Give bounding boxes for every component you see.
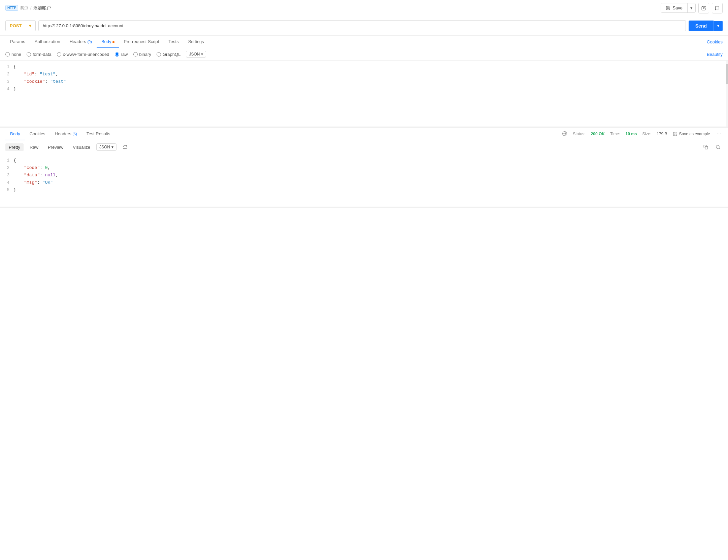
response-tab-headers[interactable]: Headers (5) [50, 128, 82, 140]
globe-icon [562, 131, 567, 136]
search-icon [716, 145, 720, 149]
request-tabs-bar: Params Authorization Headers (9) Body Pr… [0, 36, 728, 48]
response-line-1: { [13, 157, 723, 164]
format-tab-pretty[interactable]: Pretty [5, 143, 24, 151]
radio-binary-input[interactable] [133, 52, 138, 57]
request-line-1: { [13, 63, 723, 71]
radio-none-input[interactable] [5, 52, 10, 57]
top-bar: HTTP 爬虫 / 添加账户 Save ▾ [0, 0, 728, 16]
body-type-bar: none form-data x-www-form-urlencoded raw… [0, 48, 728, 61]
json-format-label: JSON [189, 52, 200, 57]
save-example-label: Save as example [679, 132, 710, 136]
json-format-arrow: ▾ [201, 52, 203, 57]
tab-headers[interactable]: Headers (9) [65, 36, 97, 48]
response-line-num-3: 3 [0, 172, 9, 179]
radio-binary[interactable]: binary [133, 52, 151, 57]
response-line-num-2: 2 [0, 164, 9, 172]
headers-badge: (9) [87, 40, 92, 44]
request-line-4: } [13, 85, 723, 93]
request-body-editor[interactable]: 1 2 3 4 { "id": "test", "cookie": "test"… [0, 61, 728, 128]
radio-urlencoded[interactable]: x-www-form-urlencoded [57, 52, 109, 57]
search-response-button[interactable] [713, 142, 723, 152]
radio-graphql-input[interactable] [157, 52, 161, 57]
request-code-content: { "id": "test", "cookie": "test" } [13, 63, 728, 93]
request-editor-scrollbar[interactable] [726, 61, 728, 127]
response-json-selector[interactable]: JSON ▾ [96, 143, 117, 151]
response-tab-cookies[interactable]: Cookies [25, 128, 50, 140]
more-options-button[interactable]: ··· [716, 131, 723, 137]
save-label: Save [672, 5, 683, 10]
method-dropdown-arrow: ▾ [29, 23, 31, 28]
response-body-editor[interactable]: 1 2 3 4 5 { "code": 0, "data": null, "ms… [0, 154, 728, 208]
pencil-icon [701, 6, 706, 10]
tab-tests[interactable]: Tests [164, 36, 183, 48]
method-label: POST [10, 23, 22, 28]
response-tabs-bar: Body Cookies Headers (5) Test Results St… [0, 128, 728, 140]
format-tab-preview[interactable]: Preview [44, 143, 67, 151]
save-as-example-button[interactable]: Save as example [673, 132, 710, 136]
response-format-bar: Pretty Raw Preview Visualize JSON ▾ [0, 140, 728, 154]
tab-authorization[interactable]: Authorization [30, 36, 65, 48]
size-label: Size: [642, 132, 652, 136]
response-actions [701, 142, 723, 152]
tab-params[interactable]: Params [5, 36, 30, 48]
status-value: 200 OK [591, 132, 605, 136]
radio-raw-input[interactable] [115, 52, 119, 57]
response-line-num-5: 5 [0, 186, 9, 194]
time-value: 10 ms [626, 132, 637, 136]
radio-none[interactable]: none [5, 52, 21, 57]
request-line-2: "id": "test", [13, 71, 723, 78]
tab-pre-request[interactable]: Pre-request Script [119, 36, 164, 48]
comment-icon [715, 6, 720, 10]
url-input[interactable] [38, 20, 686, 31]
beautify-button[interactable]: Beautify [707, 52, 723, 57]
format-tab-visualize[interactable]: Visualize [69, 143, 94, 151]
radio-raw[interactable]: raw [115, 52, 128, 57]
url-bar-area: POST ▾ Send ▾ [0, 16, 728, 36]
request-line-num-3: 3 [0, 78, 9, 85]
tab-settings[interactable]: Settings [184, 36, 209, 48]
breadcrumb: HTTP 爬虫 / 添加账户 [5, 5, 661, 11]
response-line-3: "data": null, [13, 172, 723, 179]
save-button-group[interactable]: Save ▾ [661, 3, 696, 13]
save-icon [666, 6, 670, 10]
top-bar-actions: Save ▾ [661, 3, 723, 13]
save-button[interactable]: Save [661, 3, 687, 12]
json-format-selector[interactable]: JSON ▾ [186, 51, 206, 58]
body-dot [112, 41, 114, 43]
request-line-num-4: 4 [0, 85, 9, 93]
copy-response-button[interactable] [701, 142, 710, 152]
send-button[interactable]: Send [689, 21, 714, 31]
radio-urlencoded-input[interactable] [57, 52, 61, 57]
format-tab-raw[interactable]: Raw [26, 143, 42, 151]
response-meta: Status: 200 OK Time: 10 ms Size: 179 B S… [562, 131, 723, 137]
radio-graphql[interactable]: GraphQL [157, 52, 180, 57]
copy-icon [703, 145, 708, 149]
cookies-link[interactable]: Cookies [707, 36, 723, 48]
response-line-numbers: 1 2 3 4 5 [0, 157, 13, 194]
svg-point-3 [716, 145, 719, 148]
response-tab-body[interactable]: Body [5, 128, 25, 140]
svg-line-4 [719, 148, 720, 149]
radio-form-data[interactable]: form-data [27, 52, 52, 57]
response-tab-test-results[interactable]: Test Results [82, 128, 115, 140]
send-dropdown-arrow[interactable]: ▾ [714, 21, 723, 31]
comment-icon-button[interactable] [712, 3, 723, 13]
edit-icon-button[interactable] [698, 3, 709, 13]
request-scrollbar-thumb[interactable] [726, 64, 728, 84]
save-dropdown-arrow[interactable]: ▾ [687, 3, 695, 12]
method-selector[interactable]: POST ▾ [5, 20, 36, 31]
globe-icon-btn[interactable] [562, 131, 567, 137]
svg-rect-2 [705, 146, 708, 149]
radio-form-data-input[interactable] [27, 52, 31, 57]
breadcrumb-separator: / [30, 6, 31, 10]
app-name: 爬虫 [20, 5, 28, 11]
request-line-num-1: 1 [0, 63, 9, 71]
size-value: 179 B [657, 132, 667, 136]
response-line-4: "msg": "OK" [13, 179, 723, 186]
request-line-num-2: 2 [0, 71, 9, 78]
wrap-lines-button[interactable] [121, 142, 130, 152]
save-example-icon [673, 132, 677, 136]
response-code-content: { "code": 0, "data": null, "msg": "OK" } [13, 157, 728, 194]
tab-body[interactable]: Body [97, 36, 119, 48]
